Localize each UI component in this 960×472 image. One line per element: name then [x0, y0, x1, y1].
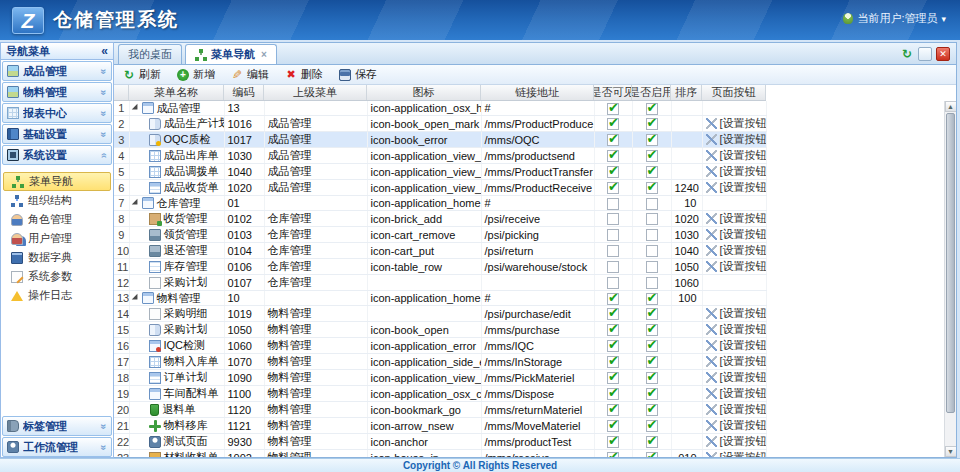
sidebar-item-product-mgmt[interactable]: 成品管理»: [2, 61, 112, 81]
table-row[interactable]: 10退还管理0104仓库管理icon-cart_put/psi/return10…: [114, 243, 766, 259]
scrollbar-thumb[interactable]: [946, 113, 955, 413]
table-row[interactable]: 5成品调拨单1040成品管理icon-application_view_icon…: [114, 164, 766, 180]
visible-checkbox[interactable]: [607, 213, 619, 225]
table-row[interactable]: 23材料收料单1002物料管理icon-house_in/mms/receive…: [114, 450, 766, 458]
column-header[interactable]: 链接地址: [481, 85, 594, 100]
enabled-checkbox[interactable]: [646, 340, 658, 352]
sidebar-subitem-menu-nav[interactable]: 菜单导航: [3, 172, 111, 191]
enabled-checkbox[interactable]: [646, 308, 658, 320]
enabled-checkbox[interactable]: [646, 245, 658, 257]
table-row[interactable]: 9领货管理0103仓库管理icon-cart_remove/psi/pickin…: [114, 227, 766, 243]
sidebar-item-workflow-mgmt[interactable]: 工作流管理»: [2, 437, 112, 457]
enabled-checkbox[interactable]: [646, 134, 658, 146]
table-row[interactable]: 17物料入库单1070物料管理icon-application_side_exp…: [114, 354, 766, 370]
visible-checkbox[interactable]: [607, 245, 619, 257]
visible-checkbox[interactable]: [607, 134, 619, 146]
table-row[interactable]: 15采购计划1050物料管理icon-book_open/mms/purchas…: [114, 322, 766, 338]
close-panel-icon[interactable]: ✕: [936, 47, 950, 61]
column-header[interactable]: 菜单名称: [129, 85, 224, 100]
enabled-checkbox[interactable]: [646, 372, 658, 384]
enabled-checkbox[interactable]: [646, 388, 658, 400]
current-user-menu[interactable]: 当前用户:管理员 ▾: [843, 11, 946, 26]
enabled-checkbox[interactable]: [646, 118, 658, 130]
add-button[interactable]: + 新增: [177, 67, 215, 82]
enabled-checkbox[interactable]: [646, 452, 658, 457]
table-row[interactable]: 19车间配料单1100物料管理icon-application_osx_casc…: [114, 386, 766, 402]
vertical-scrollbar[interactable]: ▲ ▼: [944, 101, 956, 457]
enabled-checkbox[interactable]: [646, 103, 658, 115]
enabled-checkbox[interactable]: [646, 150, 658, 162]
enabled-checkbox[interactable]: [646, 324, 658, 336]
enabled-checkbox[interactable]: [646, 356, 658, 368]
table-row[interactable]: 12采购计划0107仓库管理1060: [114, 275, 766, 291]
scroll-up-icon[interactable]: ▲: [945, 101, 957, 112]
scroll-down-icon[interactable]: ▼: [945, 446, 957, 457]
sidebar-item-basic-settings[interactable]: 基础设置»: [2, 124, 112, 144]
settings-button[interactable]: [设置按钮]: [706, 306, 763, 321]
table-row[interactable]: 22测试页面9930物料管理icon-anchor/mms/productTes…: [114, 434, 766, 450]
enabled-checkbox[interactable]: [646, 277, 658, 289]
settings-button[interactable]: [设置按钮]: [706, 259, 763, 274]
visible-checkbox[interactable]: [607, 436, 619, 448]
scrollbar-track[interactable]: [945, 112, 957, 446]
settings-button[interactable]: [设置按钮]: [706, 434, 763, 449]
sidebar-item-label-mgmt[interactable]: 标签管理»: [2, 416, 112, 436]
visible-checkbox[interactable]: [607, 293, 619, 305]
settings-button[interactable]: [设置按钮]: [706, 243, 763, 258]
enabled-checkbox[interactable]: [646, 261, 658, 273]
column-header[interactable]: 是否启用: [632, 85, 671, 100]
settings-button[interactable]: [设置按钮]: [706, 338, 763, 353]
table-row[interactable]: 11库存管理0106仓库管理icon-table_row/psi/warehou…: [114, 259, 766, 275]
sidebar-subitem-op-log[interactable]: 操作日志: [1, 286, 113, 305]
visible-checkbox[interactable]: [607, 261, 619, 273]
tree-expander-icon[interactable]: [131, 294, 139, 302]
settings-button[interactable]: [设置按钮]: [706, 354, 763, 369]
visible-checkbox[interactable]: [607, 404, 619, 416]
visible-checkbox[interactable]: [607, 277, 619, 289]
settings-button[interactable]: [设置按钮]: [706, 180, 763, 195]
enabled-checkbox[interactable]: [646, 436, 658, 448]
settings-button[interactable]: [设置按钮]: [706, 211, 763, 226]
tab-close-icon[interactable]: ×: [261, 49, 267, 60]
table-row[interactable]: 13物料管理10icon-application_home#100: [114, 291, 766, 306]
table-row[interactable]: 1成品管理13icon-application_osx_home#: [114, 101, 766, 116]
visible-checkbox[interactable]: [607, 420, 619, 432]
settings-button[interactable]: [设置按钮]: [706, 386, 763, 401]
sidebar-subitem-data-dict[interactable]: 数据字典: [1, 248, 113, 267]
sidebar-collapse-icon[interactable]: «: [101, 44, 108, 58]
tab-menu-navigation[interactable]: 菜单导航 ×: [185, 44, 277, 64]
refresh-button[interactable]: ↻ 刷新: [123, 67, 161, 82]
visible-checkbox[interactable]: [607, 340, 619, 352]
tree-expander-icon[interactable]: [131, 199, 139, 207]
column-header[interactable]: 是否可见: [594, 85, 632, 100]
table-row[interactable]: 14采购明细1019物料管理/psi/purchase/edit[设置按钮]: [114, 306, 766, 322]
sidebar-subitem-org-structure[interactable]: 组织结构: [1, 191, 113, 210]
visible-checkbox[interactable]: [607, 182, 619, 194]
settings-button[interactable]: [设置按钮]: [706, 227, 763, 242]
maximize-icon[interactable]: [918, 47, 932, 61]
visible-checkbox[interactable]: [607, 166, 619, 178]
visible-checkbox[interactable]: [607, 452, 619, 457]
table-row[interactable]: 3OQC质检1017成品管理icon-book_error/mms/OQC[设置…: [114, 132, 766, 148]
delete-button[interactable]: ✖ 删除: [285, 67, 323, 82]
column-header[interactable]: 页面按钮: [702, 85, 766, 100]
sidebar-item-system-settings[interactable]: 系统设置»: [2, 145, 112, 165]
enabled-checkbox[interactable]: [646, 404, 658, 416]
refresh-tab-icon[interactable]: ↻: [900, 47, 914, 61]
enabled-checkbox[interactable]: [646, 293, 658, 305]
tree-expander-icon[interactable]: [131, 104, 139, 112]
enabled-checkbox[interactable]: [646, 166, 658, 178]
table-row[interactable]: 21物料移库1121物料管理icon-arrow_nsew/mms/MoveMa…: [114, 418, 766, 434]
settings-button[interactable]: [设置按钮]: [706, 164, 763, 179]
visible-checkbox[interactable]: [607, 229, 619, 241]
table-row[interactable]: 16IQC检测1060物料管理icon-application_error/mm…: [114, 338, 766, 354]
settings-button[interactable]: [设置按钮]: [706, 402, 763, 417]
table-row[interactable]: 4成品出库单1030成品管理icon-application_view_tile…: [114, 148, 766, 164]
visible-checkbox[interactable]: [607, 308, 619, 320]
table-row[interactable]: 20退料单1120物料管理icon-bookmark_go/mms/return…: [114, 402, 766, 418]
sidebar-subitem-role-mgmt[interactable]: 角色管理: [1, 210, 113, 229]
settings-button[interactable]: [设置按钮]: [706, 148, 763, 163]
table-row[interactable]: 7仓库管理01icon-application_home#10: [114, 196, 766, 211]
edit-button[interactable]: ✎ 编辑: [231, 67, 269, 82]
settings-button[interactable]: [设置按钮]: [706, 418, 763, 433]
